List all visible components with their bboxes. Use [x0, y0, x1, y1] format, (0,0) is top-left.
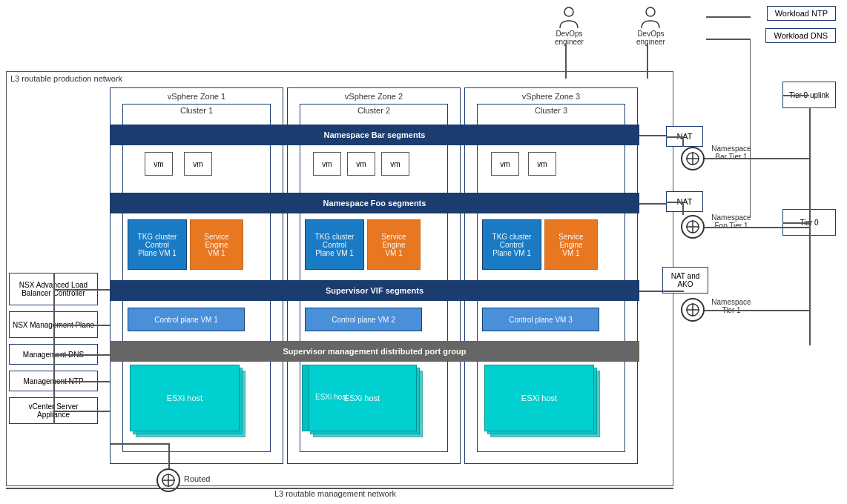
se-box-1: ServiceEngineVM 1: [190, 219, 243, 270]
crosshair-foo-tier1: [681, 215, 705, 239]
vsphere-zone2-label: vSphere Zone 2: [287, 90, 461, 101]
workload-ntp-line: [706, 16, 751, 18]
tkg-box-2: TKG clusterControlPlane VM 1: [305, 219, 364, 270]
right-vertical-line: [809, 108, 811, 345]
vm-box-2-1: vm: [313, 152, 341, 176]
l3-production-label: L3 routable production network: [10, 74, 122, 83]
control-plane-vm-1: Control plane VM 1: [128, 308, 245, 331]
left-vline1: [53, 273, 55, 424]
vm-box-1-2: vm: [184, 152, 212, 176]
cluster2-label: Cluster 2: [300, 106, 448, 115]
devops-engineer-1: DevOpsengineer: [555, 6, 584, 46]
hline-tier0-uplink: [782, 95, 809, 96]
routed-vline: [168, 443, 170, 468]
control-plane-vm-3: Control plane VM 3: [482, 308, 599, 331]
left-hline-dns: [53, 354, 110, 356]
devops1-line: [565, 43, 567, 79]
bar-segment-to-nat1: [639, 135, 666, 136]
architecture-diagram: L3 routable production network Workload …: [0, 0, 847, 504]
svg-point-0: [564, 7, 573, 16]
workload-dns-line: [750, 39, 751, 216]
namespace-foo-segment: Namespace Foo segments: [110, 193, 639, 213]
esxi-host-1: ESXi host: [130, 365, 240, 431]
person-icon-1: [558, 6, 579, 30]
control-plane-vm-2: Control plane VM 2: [305, 308, 422, 331]
hline-ns-tier1: [705, 310, 809, 311]
esxi-stack-3: ESXi host: [484, 365, 597, 439]
workload-dns-hline: [706, 39, 751, 40]
vm-box-2-3: vm: [381, 152, 409, 176]
routed-label: Routed: [184, 474, 210, 483]
supervisor-mgmt-segment: Supervisor management distributed port g…: [110, 341, 639, 362]
vm-box-3-2: vm: [528, 152, 556, 176]
esxi-host-3: ESXi host: [484, 365, 594, 431]
devops2-line: [647, 43, 648, 79]
crosshair-bar-tier1: [681, 147, 705, 170]
hline-bar-tier1: [705, 158, 809, 159]
l3-management-label: L3 routable management network: [274, 489, 396, 498]
hline-nat2-to-crosshair: [666, 202, 682, 203]
bottom-border: [6, 488, 673, 489]
devops-engineer-2: DevOpsengineer: [636, 6, 665, 46]
person-icon-2: [640, 6, 661, 30]
se-box-2: ServiceEngineVM 1: [367, 219, 421, 270]
foo-segment-to-nat2: [639, 203, 666, 205]
esxi-stack-1: ESXi host: [130, 365, 243, 439]
tkg-box-1: TKG clusterControlPlane VM 1: [128, 219, 187, 270]
namespace-tier1-label: Namespace Tier 1: [709, 298, 754, 314]
cluster3-label: Cluster 3: [477, 106, 625, 115]
crosshair-ns-tier1: [681, 298, 705, 322]
vline-nat2: [682, 202, 684, 215]
hline-foo-tier1: [705, 227, 809, 228]
esxi-stack-2: ESXi host: [307, 365, 420, 439]
vif-segment-line: [639, 291, 684, 292]
vsphere-zone3-label: vSphere Zone 3: [464, 90, 638, 101]
svg-point-1: [646, 7, 655, 16]
nat-ako-box: NAT and AKO: [662, 267, 708, 294]
supervisor-vif-segment: Supervisor VIF segments: [110, 280, 639, 301]
vm-box-2-2: vm: [347, 152, 375, 176]
vm-box-1-1: vm: [145, 152, 173, 176]
esxi-host-2-extra-label: ESXi host: [315, 393, 348, 401]
left-hline-ntp: [53, 381, 110, 382]
workload-dns-box: Workload DNS: [765, 28, 836, 43]
left-hline-nsx: [53, 325, 110, 326]
routed-hline: [110, 443, 169, 445]
cluster1-label: Cluster 1: [122, 106, 271, 115]
vm-box-3-1: vm: [491, 152, 519, 176]
vsphere-zone1-label: vSphere Zone 1: [110, 90, 283, 101]
workload-ntp-box: Workload NTP: [767, 6, 836, 21]
hline-nat1-to-crosshair: [666, 136, 682, 138]
tkg-box-3: TKG clusterControlPlane VM 1: [482, 219, 541, 270]
vline-nat1: [682, 136, 684, 147]
left-hline-alb: [53, 289, 110, 291]
left-hline-vc: [53, 411, 110, 412]
esxi-stack-2-overlay: [302, 365, 309, 431]
se-box-3: ServiceEngineVM 1: [544, 219, 598, 270]
hline-tier0: [782, 222, 809, 224]
namespace-bar-segment: Namespace Bar segments: [110, 125, 639, 145]
